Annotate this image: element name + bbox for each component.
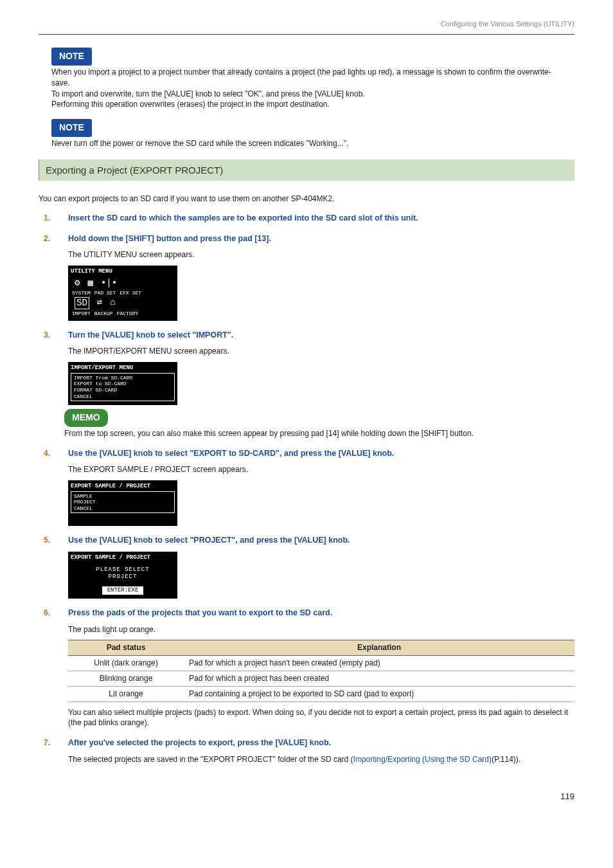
step-4-body: The EXPORT SAMPLE / PROJECT screen appea…: [68, 464, 574, 475]
menu-item: CANCEL: [74, 505, 172, 512]
pad-status-table: Pad status Explanation Unlit (dark orang…: [68, 640, 574, 701]
menu-item: SAMPLE: [74, 493, 172, 500]
screen-button: ENTER:EXE: [102, 586, 144, 595]
screen-label: BACKUP: [94, 311, 113, 317]
import-export-link[interactable]: Importing/Exporting (Using the SD Card): [353, 755, 492, 764]
step-6-after: You can also select multiple projects (p…: [68, 707, 574, 729]
export-sample-project-screen: EXPORT SAMPLE / PROJECT SAMPLE PROJECT C…: [68, 480, 177, 527]
step-1: Insert the SD card to which the samples …: [39, 213, 574, 224]
step-2: Hold down the [SHIFT] button and press t…: [39, 233, 574, 321]
screen-label: SYSTEM: [72, 290, 91, 296]
step-6: Press the pads of the projects that you …: [39, 608, 574, 728]
step-3: Turn the [VALUE] knob to select "IMPORT"…: [39, 330, 574, 439]
intro-text: You can export projects to an SD card if…: [39, 194, 574, 204]
factory-icon: ⌂: [110, 297, 115, 309]
table-row: Blinking orange Pad for which a project …: [68, 671, 574, 687]
screen-line: PROJECT: [71, 574, 175, 581]
memo-badge: MEMO: [64, 409, 108, 427]
note1-line3: Performing this operation overwrites (er…: [51, 99, 562, 110]
screen-title: EXPORT SAMPLE / PROJECT: [71, 483, 175, 490]
grid-icon: ▦: [87, 278, 93, 289]
table-cell: Lit orange: [68, 686, 184, 701]
step-3-title: Turn the [VALUE] knob to select "IMPORT"…: [68, 330, 574, 341]
menu-item: IMPORT from SD-CARD: [74, 375, 172, 381]
sliders-icon: •|•: [101, 278, 117, 289]
screen-label: FACTORY: [117, 311, 139, 317]
menu-item: EXPORT to SD-CARD: [74, 381, 172, 387]
table-row: Lit orange Pad containing a project to b…: [68, 686, 574, 701]
table-cell: Pad for which a project has been created: [184, 671, 574, 687]
utility-menu-screen: UTILITY MENU ⚙ ▦ •|• SYSTEM PAD SET EFX …: [68, 266, 177, 321]
step-7-pre: The selected projects are saved in the "…: [68, 755, 353, 764]
step-5: Use the [VALUE] knob to select "PROJECT"…: [39, 535, 574, 599]
sd-icon: SD: [75, 297, 89, 309]
step-7: After you've selected the projects to ex…: [39, 737, 574, 764]
screen-title: EXPORT SAMPLE / PROJECT: [71, 554, 175, 561]
note-text: Never turn off the power or remove the S…: [51, 138, 562, 149]
step-7-post: (P.114)).: [492, 755, 520, 764]
menu-item: FORMAT SD-CARD: [74, 387, 172, 393]
gear-icon: ⚙: [75, 278, 80, 289]
table-cell: Unlit (dark orange): [68, 656, 184, 671]
step-6-title: Press the pads of the projects that you …: [68, 608, 574, 619]
menu-item: CANCEL: [74, 393, 172, 400]
section-title: Exporting a Project (EXPORT PROJECT): [39, 159, 574, 181]
swap-icon: ⇄: [97, 297, 102, 309]
breadcrumb: Configuring the Various Settings (UTILIT…: [39, 19, 574, 35]
step-4-title: Use the [VALUE] knob to select "EXPORT t…: [68, 448, 574, 460]
import-export-menu-screen: IMPORT/EXPORT MENU IMPORT from SD-CARD E…: [68, 362, 177, 405]
export-project-select-screen: EXPORT SAMPLE / PROJECT PLEASE SELECT PR…: [68, 552, 177, 599]
screen-title: IMPORT/EXPORT MENU: [71, 365, 175, 372]
memo-text: From the top screen, you can also make t…: [64, 428, 562, 439]
note1-line2: To import and overwrite, turn the [VALUE…: [51, 89, 562, 100]
step-6-body: The pads light up orange.: [68, 624, 574, 635]
table-row: Unlit (dark orange) Pad for which a proj…: [68, 656, 574, 671]
step-2-title: Hold down the [SHIFT] button and press t…: [68, 233, 574, 245]
table-cell: Pad for which a project hasn't been crea…: [184, 656, 574, 671]
step-4: Use the [VALUE] knob to select "EXPORT t…: [39, 448, 574, 527]
table-cell: Blinking orange: [68, 671, 184, 687]
screen-title: UTILITY MENU: [71, 268, 175, 275]
step-3-body: The IMPORT/EXPORT MENU screen appears.: [68, 346, 574, 357]
table-cell: Pad containing a project to be exported …: [184, 686, 574, 701]
menu-item: PROJECT: [74, 499, 172, 505]
note-badge: NOTE: [51, 119, 92, 137]
screen-label: EFX SET: [120, 290, 141, 296]
note-text: When you import a project to a project n…: [51, 67, 562, 110]
note2-line1: Never turn off the power or remove the S…: [51, 138, 562, 149]
page-number: 119: [39, 791, 574, 802]
step-2-body: The UTILITY MENU screen appears.: [68, 249, 574, 260]
step-7-body: The selected projects are saved in the "…: [68, 754, 574, 765]
note1-line1: When you import a project to a project n…: [51, 67, 562, 89]
step-1-title: Insert the SD card to which the samples …: [68, 213, 574, 224]
step-5-title: Use the [VALUE] knob to select "PROJECT"…: [68, 535, 574, 547]
screen-line: PLEASE SELECT: [71, 566, 175, 574]
screen-label: PAD SET: [94, 290, 116, 296]
table-header: Explanation: [184, 640, 574, 656]
screen-label: IMPORT: [72, 311, 91, 317]
step-7-title: After you've selected the projects to ex…: [68, 737, 574, 749]
note-badge: NOTE: [51, 48, 92, 66]
table-header: Pad status: [68, 640, 184, 656]
